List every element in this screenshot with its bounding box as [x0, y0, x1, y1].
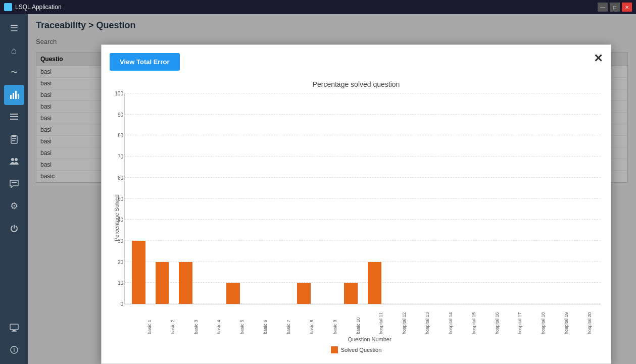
bar-wrapper [410, 93, 433, 304]
x-label-item: basic 2 [162, 306, 184, 334]
x-label-text: hospital 14 [448, 306, 453, 334]
x-label-item: hospital 18 [532, 306, 554, 334]
x-label-item: hospital 12 [393, 306, 415, 334]
x-label-text: hospital 13 [425, 306, 430, 334]
y-tick-label: 90 [111, 112, 123, 117]
x-label-text: hospital 20 [587, 306, 592, 334]
x-label-text: basic 7 [286, 306, 291, 334]
x-label-item: basic 9 [324, 306, 346, 334]
chart-inner: 0102030405060708090100 basic 1basic 2bas… [124, 93, 601, 342]
bar-wrapper [363, 93, 386, 304]
y-tick-label: 100 [111, 91, 123, 96]
x-label-item: basic 4 [208, 306, 230, 334]
bar-wrapper [127, 93, 150, 304]
x-label-text: basic 9 [332, 306, 337, 334]
chart-plot: 0102030405060708090100 [124, 93, 601, 304]
svg-rect-1 [13, 93, 14, 99]
bar-wrapper [174, 93, 197, 304]
maximize-button[interactable]: □ [610, 3, 620, 12]
bar [297, 283, 311, 304]
x-label-item: hospital 20 [578, 306, 601, 334]
x-label-text: basic 6 [263, 306, 268, 334]
bar-wrapper [198, 93, 221, 304]
x-label-text: hospital 16 [495, 306, 500, 334]
x-label-item: hospital 15 [463, 306, 485, 334]
y-tick-label: 60 [111, 175, 123, 180]
x-label-text: hospital 19 [564, 306, 569, 334]
x-label-text: basic 1 [147, 306, 152, 334]
bar [368, 262, 381, 304]
sidebar-item-clipboard[interactable] [4, 129, 24, 149]
x-label-text: hospital 12 [402, 306, 407, 334]
bar-wrapper [339, 93, 362, 304]
sidebar-item-info[interactable]: i [4, 340, 24, 360]
legend-label: Solved Question [341, 347, 382, 353]
x-labels: basic 1basic 2basic 3basic 4basic 5basic… [124, 306, 601, 334]
x-label-item: basic 5 [231, 306, 253, 334]
window-controls: — □ ✕ [598, 3, 632, 12]
svg-rect-10 [12, 140, 15, 141]
bar-wrapper [458, 93, 480, 304]
svg-point-12 [15, 158, 18, 161]
sidebar-item-home[interactable]: ⌂ [4, 40, 24, 61]
x-axis-title: Question Number [124, 336, 601, 342]
svg-rect-7 [11, 136, 17, 143]
y-tick-label: 70 [111, 154, 123, 160]
y-tick-label: 40 [111, 217, 123, 223]
bar [156, 262, 169, 304]
x-label-text: hospital 18 [541, 306, 546, 334]
modal-dialog: View Total Error ✕ Percentage solved que… [101, 44, 611, 364]
bar-wrapper [505, 93, 527, 304]
sidebar-item-menu[interactable]: ☰ [4, 18, 24, 38]
x-label-item: hospital 13 [416, 306, 438, 334]
app-icon [4, 3, 12, 11]
sidebar-item-list[interactable] [4, 107, 24, 127]
svg-point-11 [11, 158, 14, 161]
svg-rect-2 [15, 91, 17, 99]
x-label-text: basic 10 [356, 306, 361, 334]
x-label-item: hospital 11 [370, 306, 392, 334]
y-tick-label: 10 [111, 280, 123, 286]
bar-wrapper [575, 93, 598, 304]
svg-rect-8 [12, 135, 16, 137]
chart-container: Percentage solved question Percentage So… [102, 75, 611, 363]
bar-wrapper [151, 93, 174, 304]
legend-color-box [331, 346, 338, 353]
x-label-text: basic 8 [309, 306, 314, 334]
bar [179, 262, 192, 304]
minimize-button[interactable]: — [598, 3, 608, 12]
svg-rect-4 [10, 114, 18, 115]
bar-wrapper [246, 93, 268, 304]
bar [132, 241, 145, 304]
svg-rect-9 [12, 138, 16, 139]
window-close-button[interactable]: ✕ [622, 3, 632, 12]
sidebar-item-settings[interactable]: ⚙ [4, 196, 24, 216]
bar-wrapper [316, 93, 339, 304]
chart-title: Percentage solved question [112, 80, 601, 88]
y-tick-label: 30 [111, 238, 123, 243]
sidebar-item-users[interactable] [4, 151, 24, 172]
x-label-item: basic 1 [138, 306, 161, 334]
svg-rect-0 [10, 95, 12, 99]
view-total-error-button[interactable]: View Total Error [110, 53, 180, 71]
svg-rect-5 [10, 116, 18, 117]
x-label-item: hospital 19 [555, 306, 577, 334]
app-title: LSQL Application [15, 4, 62, 11]
x-label-text: basic 2 [170, 306, 175, 334]
bars-container [125, 93, 601, 304]
sidebar-item-chart[interactable] [4, 85, 24, 105]
bar-wrapper [481, 93, 504, 304]
sidebar-item-chat[interactable] [4, 174, 24, 194]
sidebar: ☰ ⌂ 〜 [0, 14, 28, 364]
bar [226, 283, 240, 304]
modal-header: View Total Error ✕ [102, 45, 611, 75]
title-bar: LSQL Application — □ ✕ [0, 0, 636, 14]
modal-close-button[interactable]: ✕ [594, 53, 603, 64]
y-tick-label: 0 [111, 301, 123, 307]
x-label-item: basic 6 [254, 306, 276, 334]
sidebar-item-power[interactable] [4, 218, 24, 238]
main-content: Traceability > Question Search Questio b… [28, 14, 636, 364]
sidebar-item-monitor[interactable] [4, 318, 24, 338]
bar-wrapper [222, 93, 244, 304]
sidebar-item-wifi[interactable]: 〜 [4, 63, 24, 83]
